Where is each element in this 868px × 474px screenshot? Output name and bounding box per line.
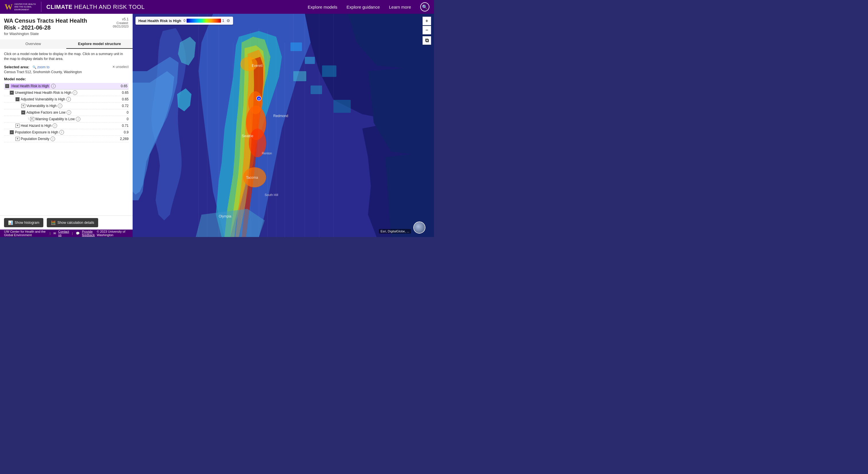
zoom-to-link[interactable]: 🔍 zoom to [32, 65, 50, 69]
tree-node-population-exposure[interactable]: Population Exposure is High [15, 130, 58, 134]
header-divider [41, 2, 41, 12]
svg-text:Renton: Renton [262, 152, 272, 155]
header: W CENTER FOR HEALTH AND THE GLOBAL ENVIR… [0, 0, 434, 14]
zoom-out-button[interactable]: − [423, 26, 431, 34]
tree-node-adaptive-factors[interactable]: Adaptive Factors are Low [26, 110, 65, 115]
sidebar: WA Census Tracts Heat Health Risk - 2021… [0, 14, 133, 237]
info-icon[interactable]: i [76, 117, 81, 121]
search-button[interactable]: 🔍 [420, 2, 429, 11]
header-nav: Explore models Explore guidance Learn mo… [308, 2, 429, 11]
layers-button[interactable]: ⧉ [423, 36, 431, 45]
map-svg[interactable]: 4 Everett Redmond Seattle Renton Tacoma … [133, 14, 434, 237]
tree-row[interactable]: − Population Exposure is High i 0.9 [4, 129, 129, 136]
tree-toggle[interactable]: − [16, 97, 20, 101]
nav-learn-more[interactable]: Learn more [389, 5, 411, 9]
svg-point-3 [248, 91, 262, 114]
uw-logo-text: CENTER FOR HEALTH AND THE GLOBAL ENVIRON… [14, 3, 36, 11]
zoom-to-text: zoom to [37, 65, 50, 69]
info-icon[interactable]: i [53, 123, 57, 128]
info-icon[interactable]: i [51, 136, 55, 141]
info-icon[interactable]: i [73, 90, 77, 95]
footer-contact[interactable]: Contact us [58, 230, 69, 237]
nav-explore-models[interactable]: Explore models [308, 5, 337, 9]
selected-area-row: Selected area: 🔍 zoom to ✕ unselect [4, 64, 129, 69]
show-histogram-button[interactable]: 📊 Show histogram [4, 218, 43, 227]
tab-overview[interactable]: Overview [0, 39, 66, 49]
footer-org: UW Center for Health and the Global Envi… [4, 230, 47, 237]
unselect-button[interactable]: ✕ unselect [112, 65, 129, 69]
legend-gradient [187, 19, 221, 23]
tree-value: 0 [127, 117, 129, 121]
tree-node-heat-hazard[interactable]: Heat Hazard is High [21, 124, 51, 128]
tree-node-heat-health-risk[interactable]: Heat Health Risk is High [10, 84, 50, 88]
histogram-label: Show histogram [14, 221, 39, 225]
tree-node-adjusted-vulnerability[interactable]: Adjusted Vulnerability is High [21, 97, 65, 101]
tree-toggle[interactable]: + [16, 137, 20, 141]
header-left: W CENTER FOR HEALTH AND THE GLOBAL ENVIR… [5, 2, 145, 12]
tree-row[interactable]: − Adaptive Factors are Low i 0 [4, 109, 129, 116]
tree-row[interactable]: + Population Density i 2,269 [4, 136, 129, 142]
tree-value: 0.72 [122, 104, 129, 108]
footer-feedback[interactable]: Provide feedback [82, 230, 97, 237]
app-title: Climate Health and Risk Tool [46, 4, 145, 10]
svg-text:Redmond: Redmond [273, 114, 288, 118]
svg-rect-7 [305, 57, 315, 64]
legend-scale: 0 1 [184, 19, 224, 23]
tree-node-vulnerability[interactable]: Vulnerability is High [26, 104, 57, 108]
info-icon[interactable]: i [59, 130, 64, 134]
tree-row[interactable]: + Vulnerability is High i 0.72 [4, 103, 129, 109]
tree-row[interactable]: + Heat Hazard is High i 0.71 [4, 123, 129, 129]
tree-value: 0.9 [124, 130, 129, 134]
legend-min: 0 [184, 19, 186, 23]
tabs: Overview Explore model structure [0, 39, 133, 49]
tree-toggle[interactable]: − [21, 110, 25, 115]
model-node-label: Model node: [4, 77, 129, 81]
legend-max: 1 [222, 19, 224, 23]
tree-node-population-density[interactable]: Population Density [21, 137, 50, 141]
map-area[interactable]: Heat Health Risk is High 0 1 ⚙ + − ⧉ [133, 14, 434, 237]
footer-envelope-icon: ✉ [53, 231, 56, 235]
info-icon[interactable]: i [67, 110, 71, 115]
tree-node-warning-capability[interactable]: Warning Capability is Low [35, 117, 75, 121]
zoom-in-button[interactable]: + [423, 17, 431, 25]
svg-rect-11 [334, 100, 351, 113]
nav-explore-guidance[interactable]: Explore guidance [346, 5, 380, 9]
tree-row[interactable]: └ + Warning Capability is Low i 0 [4, 116, 129, 123]
svg-rect-9 [311, 86, 322, 94]
tree-toggle[interactable]: − [10, 130, 14, 134]
sidebar-title-area: WA Census Tracts Heat Health Risk - 2021… [0, 14, 133, 37]
version-number: v5.1 [113, 17, 129, 21]
tree-toggle[interactable]: + [21, 104, 25, 108]
svg-rect-6 [290, 42, 302, 51]
show-calculation-details-button[interactable]: 🧮 Show calculation details [47, 218, 98, 227]
tab-explore-model-structure[interactable]: Explore model structure [66, 39, 133, 49]
tree-toggle[interactable]: + [16, 124, 20, 128]
tree-value: 0 [127, 110, 129, 115]
info-icon[interactable]: i [51, 84, 56, 88]
map-controls: + − ⧉ [423, 17, 431, 45]
legend-settings-icon[interactable]: ⚙ [226, 19, 230, 23]
tree-row[interactable]: − Heat Health Risk is High i 0.65 [4, 83, 129, 90]
tree-row[interactable]: − Unweighted Heat Health Risk is High i … [4, 90, 129, 96]
page-title: WA Census Tracts Heat Health Risk - 2021… [4, 17, 96, 31]
calculation-icon: 🧮 [51, 220, 56, 225]
selected-area-name: Census Tract 512, Snohomish County, Wash… [4, 70, 129, 74]
unselect-x-icon: ✕ [112, 65, 115, 69]
info-icon[interactable]: i [66, 97, 71, 102]
tree-row[interactable]: − Adjusted Vulnerability is High i 0.65 [4, 96, 129, 103]
footer-speech-icon: 💬 [76, 231, 80, 235]
uw-w-letter: W [5, 2, 12, 11]
tree-toggle[interactable]: − [10, 91, 14, 95]
created-label: Created: [113, 21, 129, 25]
selected-area-label: Selected area: [4, 65, 29, 69]
info-icon[interactable]: i [58, 103, 62, 108]
tree-toggle[interactable]: + [30, 117, 34, 121]
tree-node-unweighted[interactable]: Unweighted Heat Health Risk is High [15, 91, 71, 95]
tree-value: 2,269 [120, 137, 129, 141]
map-thumbnail [413, 222, 425, 233]
tree-value: 0.65 [122, 97, 129, 101]
tree-toggle-root[interactable]: − [5, 84, 9, 88]
zoom-icon: 🔍 [32, 65, 36, 69]
tree-value: 0.65 [122, 91, 129, 95]
subtitle: for Washington State [4, 32, 129, 36]
